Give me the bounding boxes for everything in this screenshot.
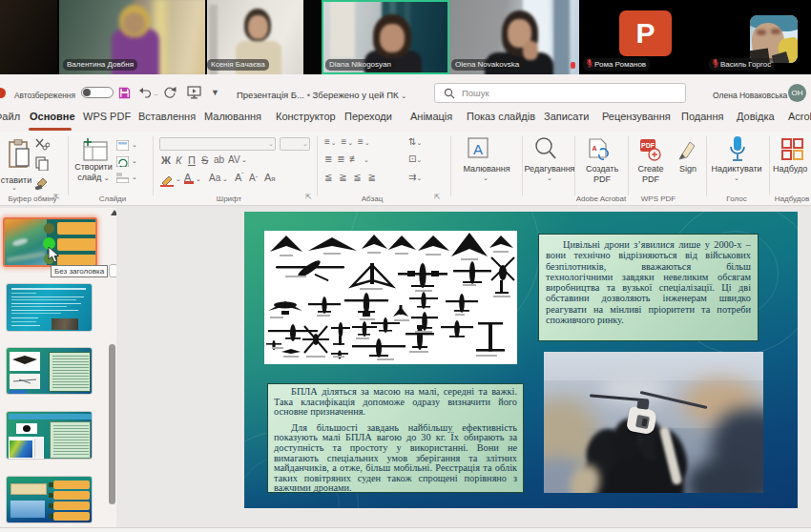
svg-text:A: A [473,141,483,157]
svg-text:A: A [592,145,596,152]
svg-text:PDF: PDF [641,142,655,149]
